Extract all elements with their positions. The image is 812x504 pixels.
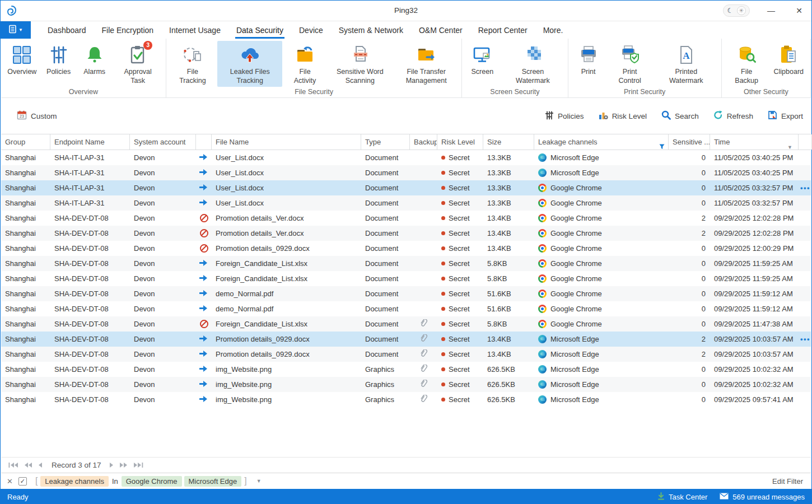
column-header-sensitive[interactable]: Sensitive ... [669, 134, 710, 150]
previous-page-button[interactable] [22, 462, 36, 468]
row-more-button[interactable]: ••• [800, 335, 810, 343]
ribbon-item-file-activity[interactable]: File Activity [283, 41, 326, 87]
table-row[interactable]: ShanghaiSHA-IT-LAP-31DevonUser_List.docx… [1, 150, 811, 165]
column-header-filename[interactable]: File Name [212, 134, 361, 150]
ribbon-item-screen[interactable]: Screen [465, 41, 500, 78]
cell-endpoint: SHA-DEV-DT-08 [50, 301, 130, 316]
column-header-backup[interactable]: Backup [410, 134, 437, 150]
edit-filter-link[interactable]: Edit Filter [772, 477, 803, 486]
unread-messages-button[interactable]: 569 unread messages [720, 493, 805, 501]
column-header-risk[interactable]: Risk Level [437, 134, 483, 150]
tab-device[interactable]: Device [291, 21, 331, 39]
filter-field-chip[interactable]: Leakage channels [40, 476, 109, 487]
app-menu-button[interactable]: ▼ [1, 21, 31, 39]
task-center-button[interactable]: Task Center [657, 492, 707, 502]
table-row[interactable]: ShanghaiSHA-DEV-DT-08DevonPromotion deta… [1, 226, 811, 241]
refresh-button[interactable]: Refresh [713, 110, 753, 122]
search-button[interactable]: Search [661, 110, 699, 122]
column-header-actions[interactable] [799, 134, 812, 150]
google-chrome-icon [538, 290, 547, 298]
table-row[interactable]: ShanghaiSHA-DEV-DT-08Devondemo_Normal.pd… [1, 301, 811, 316]
close-button[interactable]: ✕ [792, 6, 806, 15]
next-page-button[interactable] [117, 462, 131, 468]
table-row[interactable]: ShanghaiSHA-IT-LAP-31DevonUser_List.docx… [1, 180, 811, 195]
table-row[interactable]: ShanghaiSHA-DEV-DT-08DevonPromotion deta… [1, 241, 811, 256]
ribbon-item-file-backup[interactable]: File Backup [725, 41, 769, 87]
cell-endpoint: SHA-DEV-DT-08 [50, 392, 130, 407]
cell-channel: Google Chrome [534, 301, 669, 316]
filter-funnel-icon[interactable] [659, 139, 665, 150]
tab-dashboard[interactable]: Dashboard [40, 21, 94, 39]
ribbon-item-file-tracking[interactable]: File Tracking [169, 41, 216, 87]
filter-enabled-checkbox[interactable]: ✓ [18, 477, 27, 486]
ribbon-item-print-control[interactable]: Print Control [607, 41, 653, 87]
cell-group: Shanghai [1, 241, 50, 256]
ribbon-item-printed-watermark[interactable]: APrinted Watermark [654, 41, 718, 87]
ribbon-item-overview[interactable]: Overview [4, 41, 40, 78]
file-tracking-icon [183, 44, 203, 66]
table-row[interactable]: ShanghaiSHA-DEV-DT-08Devonimg_Website.pn… [1, 377, 811, 392]
column-header-size[interactable]: Size [483, 134, 534, 150]
table-row[interactable]: ShanghaiSHA-DEV-DT-08DevonPromotion deta… [1, 347, 811, 362]
table-row[interactable]: ShanghaiSHA-DEV-DT-08DevonPromotion deta… [1, 332, 811, 347]
theme-toggle[interactable]: ☾ ☀ [723, 4, 750, 17]
column-header-type[interactable]: Type [361, 134, 410, 150]
export-button[interactable]: Export [768, 110, 803, 122]
table-row[interactable]: ShanghaiSHA-DEV-DT-08DevonPromotion deta… [1, 211, 811, 226]
tab-file-encryption[interactable]: File Encryption [94, 21, 162, 39]
tab-report-center[interactable]: Report Center [470, 21, 535, 39]
header-dropdown-icon[interactable]: ▼ [787, 140, 792, 150]
cell-time: 09/29/2025 10:02:32 AM [710, 362, 799, 377]
first-record-button[interactable] [6, 462, 22, 468]
table-row[interactable]: ShanghaiSHA-DEV-DT-08Devondemo_Normal.pd… [1, 286, 811, 301]
table-row[interactable]: ShanghaiSHA-DEV-DT-08DevonForeign_Candid… [1, 316, 811, 332]
cell-backup [410, 332, 437, 347]
tab-more[interactable]: More. [535, 21, 571, 39]
tab-system-network[interactable]: System & Network [331, 21, 411, 39]
tab-o-m-center[interactable]: O&M Center [411, 21, 470, 39]
toolbar-actions: PoliciesRisk LevelSearchRefreshExport [545, 110, 803, 122]
cell-risk: Secret [437, 256, 483, 271]
ribbon-item-clipboard[interactable]: Clipboard [770, 41, 808, 78]
column-header-time[interactable]: Time▼ [710, 134, 799, 150]
table-row[interactable]: ShanghaiSHA-DEV-DT-08Devonimg_Website.pn… [1, 362, 811, 377]
ribbon-item-approval-task[interactable]: 3Approval Task [113, 41, 163, 87]
ribbon-item-screen-watermark[interactable]: Screen Watermark [501, 41, 564, 87]
ribbon-group-print-security: PrintPrint ControlAPrinted WatermarkPrin… [568, 39, 722, 97]
close-filter-icon[interactable]: ✕ [7, 477, 13, 486]
ribbon-item-print[interactable]: Print [571, 41, 606, 78]
column-header-channel[interactable]: Leakage channels [534, 134, 669, 150]
ribbon-item-sensitive-word-scanning[interactable]: Sensitive Word Scanning [328, 41, 393, 87]
minimize-button[interactable]: — [764, 6, 778, 15]
policies-button[interactable]: Policies [545, 111, 584, 122]
ribbon-item-file-transfer-management[interactable]: File Transfer Management [394, 41, 459, 87]
record-indicator: Record 3 of 17 [52, 461, 101, 469]
filter-value-chip[interactable]: Google Chrome [122, 476, 182, 487]
filter-dropdown-icon[interactable]: ▼ [256, 478, 262, 484]
custom-range-button[interactable]: 23 Custom [17, 110, 57, 122]
last-record-button[interactable] [131, 462, 147, 468]
column-header-endpoint[interactable]: Endpoint Name [50, 134, 130, 150]
row-more-button[interactable]: ••• [800, 184, 810, 192]
cell-endpoint: SHA-DEV-DT-08 [50, 226, 130, 241]
column-header-account[interactable]: System account [130, 134, 196, 150]
table-row[interactable]: ShanghaiSHA-DEV-DT-08DevonForeign_Candid… [1, 256, 811, 271]
risk-level-button[interactable]: Risk Level [599, 111, 647, 122]
ribbon-item-alarms[interactable]: Alarms [77, 41, 112, 78]
next-record-button[interactable] [107, 462, 117, 468]
toolbar-action-label: Risk Level [612, 112, 647, 120]
filter-value-chip[interactable]: Microsoft Edge [184, 476, 242, 487]
tab-data-security[interactable]: Data Security [228, 21, 291, 39]
table-row[interactable]: ShanghaiSHA-IT-LAP-31DevonUser_List.docx… [1, 165, 811, 180]
ribbon-item-leaked-files-tracking[interactable]: Leaked Files Tracking [217, 41, 282, 87]
table-row[interactable]: ShanghaiSHA-DEV-DT-08DevonForeign_Candid… [1, 271, 811, 286]
column-header-ficon[interactable] [196, 134, 212, 150]
ribbon-group-label: Overview [3, 87, 164, 98]
table-row[interactable]: ShanghaiSHA-IT-LAP-31DevonUser_List.docx… [1, 195, 811, 211]
ribbon-item-policies[interactable]: Policies [41, 41, 76, 78]
filter-operator[interactable]: In [112, 477, 118, 486]
previous-record-button[interactable] [36, 462, 46, 468]
tab-internet-usage[interactable]: Internet Usage [161, 21, 228, 39]
table-row[interactable]: ShanghaiSHA-DEV-DT-08Devonimg_Website.pn… [1, 392, 811, 407]
column-header-group[interactable]: Group [1, 134, 50, 150]
